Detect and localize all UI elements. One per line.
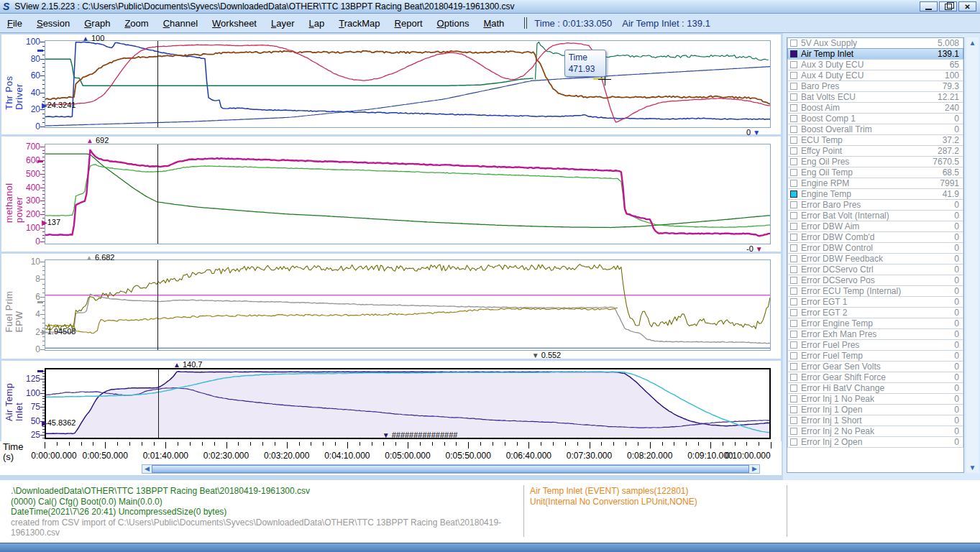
- channel-row[interactable]: 5V Aux Supply5.008: [787, 37, 963, 49]
- channel-row[interactable]: Boost Comp 10: [787, 113, 963, 124]
- channel-row[interactable]: Eng Oil Pres7670.5: [787, 156, 963, 167]
- channel-checkbox[interactable]: [790, 158, 797, 165]
- channel-checkbox[interactable]: [790, 266, 797, 273]
- channel-checkbox[interactable]: [790, 212, 797, 219]
- channel-row[interactable]: Error Inj 2 No Peak0: [787, 426, 963, 437]
- channel-row[interactable]: Engine Temp41.9: [787, 188, 963, 200]
- channel-checkbox[interactable]: [790, 223, 797, 230]
- sidebar-scroll-up-icon[interactable]: ▲: [966, 37, 979, 48]
- channel-row[interactable]: Aux 3 Duty ECU65: [787, 59, 963, 70]
- hscroll-thumb[interactable]: [152, 465, 749, 473]
- channel-row[interactable]: Error Gear Sen Volts0: [787, 361, 963, 372]
- channel-row[interactable]: Error EGT 10: [787, 296, 963, 308]
- menu-item-report[interactable]: Report: [388, 18, 430, 29]
- channel-row[interactable]: Baro Pres79.3: [787, 80, 963, 92]
- channel-checkbox[interactable]: [790, 104, 797, 111]
- menu-item-channel[interactable]: Channel: [156, 18, 205, 29]
- channel-checkbox[interactable]: [790, 147, 797, 155]
- channel-row[interactable]: Error Fuel Pres0: [787, 339, 963, 351]
- channel-checkbox[interactable]: [790, 93, 797, 101]
- channel-row[interactable]: Error Fuel Temp0: [787, 350, 963, 362]
- channel-checkbox[interactable]: [790, 50, 797, 58]
- channel-checkbox[interactable]: [790, 298, 797, 305]
- restore-button[interactable]: [939, 1, 957, 12]
- channel-row[interactable]: Error EGT 20: [787, 307, 963, 318]
- plot-area-fuel-prim-epw[interactable]: [45, 259, 771, 351]
- channel-checkbox[interactable]: [790, 244, 797, 252]
- channel-row[interactable]: Air Temp Inlet139.1: [787, 48, 963, 60]
- channel-checkbox[interactable]: [790, 234, 797, 241]
- minimize-button[interactable]: [920, 1, 938, 12]
- channel-checkbox[interactable]: [790, 190, 797, 198]
- hscroll-track[interactable]: ◀ ▶: [142, 464, 760, 474]
- channel-row[interactable]: Error Hi BatV Change0: [787, 382, 963, 394]
- channel-checkbox[interactable]: [790, 83, 797, 90]
- channel-row[interactable]: Error DCServo Ctrl0: [787, 264, 963, 275]
- sidebar-scrollbar[interactable]: ▲ ▼: [966, 37, 979, 473]
- channel-row[interactable]: Boost Aim240: [787, 102, 963, 114]
- channel-checkbox[interactable]: [790, 288, 797, 295]
- channel-checkbox[interactable]: [790, 277, 797, 284]
- menu-item-math[interactable]: Math: [476, 18, 511, 29]
- channel-checkbox[interactable]: [790, 428, 797, 435]
- channel-row[interactable]: Engine RPM7991: [787, 178, 963, 189]
- channel-checkbox[interactable]: [790, 417, 797, 424]
- channel-row[interactable]: Error DBW Feedback0: [787, 253, 963, 264]
- channel-checkbox[interactable]: [790, 126, 797, 133]
- channel-row[interactable]: Error Bat Volt (Internal)0: [787, 210, 963, 221]
- channel-row[interactable]: Error Baro Pres0: [787, 199, 963, 211]
- channel-checkbox[interactable]: [790, 438, 797, 446]
- plot-area-methanol-power[interactable]: [45, 144, 771, 244]
- channel-row[interactable]: Error Inj 1 Open0: [787, 404, 963, 415]
- channel-checkbox[interactable]: [790, 352, 797, 359]
- sidebar-scroll-down-icon[interactable]: ▼: [966, 462, 979, 473]
- channel-checkbox[interactable]: [790, 320, 797, 327]
- scroll-right-arrow-icon[interactable]: ▶: [750, 465, 759, 473]
- menu-item-worksheet[interactable]: Worksheet: [205, 18, 264, 29]
- channel-checkbox[interactable]: [790, 395, 797, 402]
- channel-checkbox[interactable]: [790, 201, 797, 208]
- menu-item-layer[interactable]: Layer: [264, 18, 302, 29]
- channel-row[interactable]: ECU Temp37.2: [787, 134, 963, 146]
- chart-panel-fuel-prim-epw[interactable]: Fuel Prim EPW0246810▲ 6.682▶1.94508▼ 0.5…: [1, 254, 781, 359]
- channel-row[interactable]: Error DCServo Pos0: [787, 275, 963, 286]
- channel-row[interactable]: Error Exh Man Pres0: [787, 328, 963, 340]
- channel-checkbox[interactable]: [790, 363, 797, 370]
- channel-checkbox[interactable]: [790, 331, 797, 338]
- channel-checkbox[interactable]: [790, 169, 797, 176]
- chart-panel-air-temp-inlet[interactable]: Air Temp Inlet255075100125▲ 140.7▶45.836…: [1, 361, 781, 441]
- menu-item-session[interactable]: Session: [29, 18, 77, 29]
- menu-item-zoom[interactable]: Zoom: [117, 18, 155, 29]
- menu-item-options[interactable]: Options: [430, 18, 477, 29]
- channel-row[interactable]: Aux 4 Duty ECU100: [787, 70, 963, 81]
- channel-checkbox[interactable]: [790, 180, 797, 187]
- menu-item-graph[interactable]: Graph: [77, 18, 117, 29]
- channel-row[interactable]: Eng Oil Temp68.5: [787, 167, 963, 178]
- channel-checkbox[interactable]: [790, 341, 797, 349]
- plot-area-thr-pos-driver[interactable]: Time471.93: [45, 40, 771, 128]
- channel-row[interactable]: Error Engine Temp0: [787, 318, 963, 329]
- channel-checkbox[interactable]: [790, 374, 797, 381]
- channel-checkbox[interactable]: [790, 309, 797, 316]
- chart-panel-methanol-power[interactable]: methanol power0100200300400500600700▲ 69…: [1, 137, 781, 252]
- channel-row[interactable]: Bat Volts ECU12.21: [787, 91, 963, 103]
- chart-panel-thr-pos-driver[interactable]: Thr Pos Driver020406080100Time471.93▲ 10…: [1, 34, 781, 134]
- channel-checkbox[interactable]: [790, 406, 797, 413]
- channel-row[interactable]: Error DBW Control0: [787, 242, 963, 254]
- close-button[interactable]: ✕: [958, 1, 976, 12]
- channel-checkbox[interactable]: [790, 385, 797, 392]
- channel-row[interactable]: Error ECU Temp (Internal)0: [787, 285, 963, 297]
- channel-checkbox[interactable]: [790, 72, 797, 79]
- channel-row[interactable]: Error DBW Comb'd0: [787, 231, 963, 243]
- channel-row[interactable]: Error Gear Shift Force0: [787, 372, 963, 383]
- menu-item-trackmap[interactable]: TrackMap: [331, 18, 387, 29]
- scroll-left-arrow-icon[interactable]: ◀: [142, 465, 152, 473]
- channel-row[interactable]: Error Inj 1 No Peak0: [787, 393, 963, 405]
- channel-row[interactable]: Error DBW Aim0: [787, 221, 963, 232]
- menu-item-lap[interactable]: Lap: [302, 18, 332, 29]
- channel-checkbox[interactable]: [790, 115, 797, 122]
- plot-area-air-temp-inlet[interactable]: [45, 368, 771, 439]
- menu-item-file[interactable]: File: [0, 18, 29, 29]
- channel-checkbox[interactable]: [790, 61, 797, 68]
- channel-checkbox[interactable]: [790, 137, 797, 144]
